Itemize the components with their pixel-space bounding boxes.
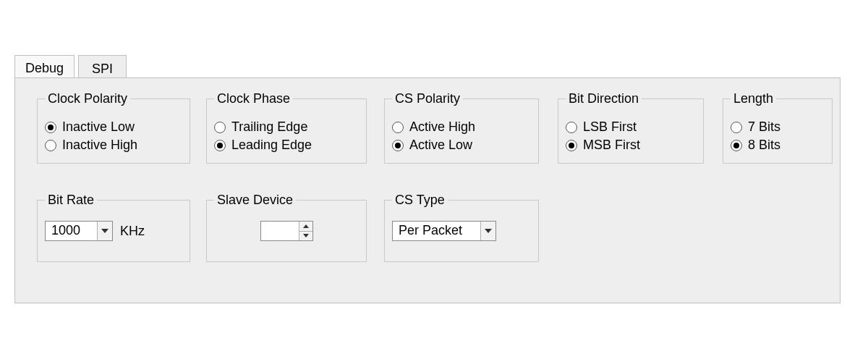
radio-dot-icon	[731, 122, 742, 133]
radio-dot-icon	[45, 140, 56, 151]
slave-device-value	[261, 222, 299, 240]
legend-slave-device: Slave Device	[214, 193, 296, 208]
tab-strip: Debug SPI	[14, 54, 127, 77]
slave-device-spinner[interactable]	[260, 221, 313, 241]
group-length: Length 7 Bits 8 Bits	[723, 91, 833, 164]
cs-type-value: Per Packet	[393, 222, 480, 240]
radio-label: MSB First	[583, 138, 640, 153]
group-clock-polarity: Clock Polarity Inactive Low Inactive Hig…	[37, 91, 190, 164]
radio-clock-polarity-inactive-high[interactable]: Inactive High	[45, 138, 182, 153]
legend-cs-type: CS Type	[392, 193, 448, 208]
radio-dot-icon	[392, 140, 404, 151]
group-slave-device: Slave Device	[206, 193, 367, 262]
spi-panel: Clock Polarity Inactive Low Inactive Hig…	[14, 77, 841, 303]
radio-clock-phase-leading-edge[interactable]: Leading Edge	[214, 138, 359, 153]
legend-bit-direction: Bit Direction	[566, 91, 642, 106]
legend-length: Length	[731, 91, 776, 106]
radio-cs-polarity-active-low[interactable]: Active Low	[392, 138, 531, 153]
group-bit-rate: Bit Rate 1000 KHz	[37, 193, 190, 262]
radio-label: Inactive Low	[62, 119, 135, 135]
radio-clock-polarity-inactive-low[interactable]: Inactive Low	[45, 119, 182, 135]
group-bit-direction: Bit Direction LSB First MSB First	[558, 91, 704, 164]
radio-bit-direction-msb-first[interactable]: MSB First	[566, 138, 696, 153]
dropdown-icon[interactable]	[97, 222, 112, 240]
radio-label: LSB First	[583, 119, 637, 135]
dropdown-icon[interactable]	[480, 222, 495, 240]
radio-dot-icon	[45, 122, 56, 133]
group-clock-phase: Clock Phase Trailing Edge Leading Edge	[206, 91, 367, 164]
radio-label: Leading Edge	[231, 138, 312, 153]
radio-label: Active High	[409, 119, 475, 135]
spinner-buttons	[299, 222, 312, 240]
group-cs-polarity: CS Polarity Active High Active Low	[384, 91, 539, 164]
radio-dot-icon	[566, 122, 577, 133]
radio-dot-icon	[214, 122, 226, 133]
radio-clock-phase-trailing-edge[interactable]: Trailing Edge	[214, 119, 359, 135]
spinner-down-icon[interactable]	[299, 232, 312, 241]
legend-cs-polarity: CS Polarity	[392, 91, 463, 106]
radio-dot-icon	[731, 140, 742, 151]
radio-length-8-bits[interactable]: 8 Bits	[731, 138, 825, 153]
radio-dot-icon	[392, 122, 404, 133]
group-cs-type: CS Type Per Packet	[384, 193, 539, 262]
legend-clock-phase: Clock Phase	[214, 91, 293, 106]
radio-label: 8 Bits	[748, 138, 780, 153]
radio-label: Active Low	[409, 138, 472, 153]
bit-rate-combo[interactable]: 1000	[45, 221, 113, 241]
legend-clock-polarity: Clock Polarity	[45, 91, 130, 106]
bit-rate-value: 1000	[46, 222, 97, 240]
bit-rate-unit-label: KHz	[120, 224, 145, 239]
radio-bit-direction-lsb-first[interactable]: LSB First	[566, 119, 696, 135]
radio-length-7-bits[interactable]: 7 Bits	[731, 119, 825, 135]
radio-label: Inactive High	[62, 138, 137, 153]
spinner-up-icon[interactable]	[299, 222, 312, 232]
radio-dot-icon	[214, 140, 226, 151]
cs-type-combo[interactable]: Per Packet	[392, 221, 496, 241]
radio-label: Trailing Edge	[231, 119, 307, 135]
legend-bit-rate: Bit Rate	[45, 193, 97, 208]
radio-label: 7 Bits	[748, 119, 780, 135]
radio-cs-polarity-active-high[interactable]: Active High	[392, 119, 531, 135]
radio-dot-icon	[566, 140, 577, 151]
